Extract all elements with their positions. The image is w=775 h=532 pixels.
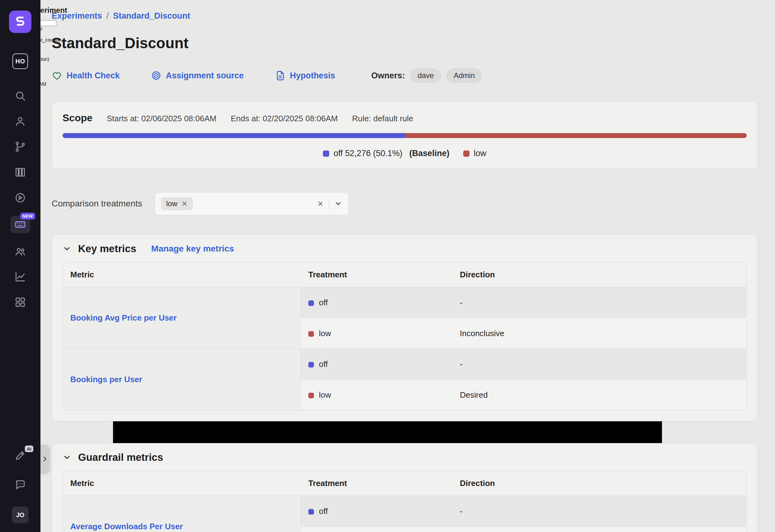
sidebar-nav: NEW: [10, 88, 30, 310]
treatment-cell: low: [301, 318, 453, 349]
bar-segment-off: [63, 133, 406, 138]
legend-label-off: off 52,276 (50.1%): [333, 149, 403, 158]
direction-cell-desired: Desired: [453, 379, 746, 410]
branch-icon: [14, 141, 26, 153]
chart-icon: [14, 271, 26, 283]
sidebar-item-users[interactable]: [11, 114, 30, 129]
column-header-treatment: Treatment: [301, 471, 453, 496]
user-icon: [14, 115, 26, 127]
treatment-cell: off: [301, 349, 453, 379]
key-metrics-table: Metric Treatment Direction Booking Avg P…: [63, 262, 747, 410]
treatment-cell: off: [301, 496, 453, 526]
hypothesis-label: Hypothesis: [290, 71, 335, 81]
grid-icon: [14, 296, 26, 308]
keyboard-icon: [14, 219, 26, 230]
treatment-legend: off 52,276 (50.1%) (Baseline) low: [63, 149, 747, 158]
collapse-chevron-icon[interactable]: [63, 453, 71, 462]
legend-label-low: low: [474, 149, 487, 158]
legend-swatch-off: [323, 150, 329, 157]
sidebar-bottom: AI JO: [11, 448, 30, 532]
ai-badge: AI: [25, 446, 33, 452]
chevron-down-icon[interactable]: [334, 200, 342, 208]
experiment-meta-row: Health Check Assignment source Hypothesi…: [52, 68, 758, 83]
column-header-direction: Direction: [453, 262, 746, 287]
health-check-label: Health Check: [67, 71, 120, 81]
column-header-metric: Metric: [63, 471, 301, 496]
clear-selection-icon[interactable]: [317, 200, 324, 207]
sidebar-expand-handle[interactable]: [40, 445, 49, 473]
sidebar-item-dashboards[interactable]: [11, 295, 30, 310]
direction-cell: -: [453, 349, 746, 379]
org-avatar[interactable]: HO: [12, 53, 28, 69]
sidebar-item-metrics[interactable]: [11, 269, 30, 284]
hypothesis-link[interactable]: Hypothesis: [275, 70, 335, 81]
treatment-swatch-low: [308, 331, 314, 337]
assignment-source-link[interactable]: Assignment source: [151, 70, 244, 81]
treatment-split-bar: [63, 133, 747, 138]
comparison-treatments-label: Comparison treatments: [52, 199, 142, 209]
heart-icon: [52, 70, 62, 81]
column-header-metric: Metric: [63, 262, 301, 287]
sidebar-item-pulse[interactable]: [11, 190, 30, 205]
manage-key-metrics-link[interactable]: Manage key metrics: [151, 244, 234, 254]
select-divider: [329, 198, 329, 210]
team-icon: [14, 245, 26, 257]
app-logo[interactable]: [9, 11, 31, 33]
treatment-chip-low[interactable]: low: [161, 197, 193, 210]
breadcrumb-experiments[interactable]: Experiments: [52, 11, 102, 21]
owner-chip-dave[interactable]: dave: [411, 68, 441, 83]
user-avatar[interactable]: JO: [12, 507, 29, 523]
treatment-cell: off: [301, 287, 453, 318]
assignment-source-label: Assignment source: [166, 71, 244, 81]
legend-item-low: low: [463, 149, 487, 158]
treatment-swatch-off: [308, 362, 314, 368]
column-header-treatment: Treatment: [301, 262, 453, 287]
sidebar-item-search[interactable]: [11, 88, 30, 103]
metric-link-bookings-per-user[interactable]: Bookings per User: [70, 375, 142, 384]
metric-cell: Bookings per User: [63, 349, 301, 410]
sidebar-item-audiences[interactable]: [11, 244, 30, 259]
owner-chip-admin[interactable]: Admin: [447, 68, 482, 83]
key-metrics-title: Key metrics: [78, 243, 136, 255]
scope-starts-at: Starts at: 02/06/2025 08:06AM: [107, 114, 216, 123]
logo-icon: [13, 15, 27, 29]
sidebar-item-configs[interactable]: [11, 165, 30, 180]
main-content: Experiments / Standard_Discount Standard…: [40, 0, 775, 532]
sidebar-item-ai-assistant[interactable]: AI: [11, 448, 30, 463]
guardrail-metrics-card: Guardrail metrics Metric Treatment Direc…: [52, 443, 758, 532]
document-icon: [275, 70, 285, 81]
chat-bubble-icon: [14, 479, 26, 491]
metric-link-booking-avg-price[interactable]: Booking Avg Price per User: [70, 313, 177, 322]
bullseye-icon: [151, 70, 161, 81]
treatment-swatch-off: [308, 509, 314, 515]
breadcrumb-separator: /: [106, 11, 109, 21]
metric-link-average-downloads[interactable]: Average Downloads Per User: [70, 522, 183, 531]
collapse-chevron-icon[interactable]: [63, 244, 71, 253]
key-metrics-card: Key metrics Manage key metrics Metric Tr…: [52, 234, 758, 421]
chevron-right-icon: [41, 456, 48, 462]
legend-item-off: off 52,276 (50.1%) (Baseline): [323, 149, 450, 158]
table-row: Bookings per User off -: [63, 349, 746, 379]
chip-remove-icon[interactable]: [181, 200, 188, 207]
direction-cell-inconclusive: Inconclusive: [453, 318, 746, 349]
table-row: Booking Avg Price per User off -: [63, 287, 746, 318]
new-badge: NEW: [20, 213, 35, 220]
guardrail-metrics-title: Guardrail metrics: [78, 451, 163, 463]
page-title: Standard_Discount: [52, 35, 758, 52]
column-header-direction: Direction: [453, 471, 746, 496]
search-icon: [14, 90, 26, 102]
direction-cell: -: [453, 496, 746, 526]
sidebar-item-experiments-active[interactable]: NEW: [10, 216, 30, 233]
breadcrumb-current[interactable]: Standard_Discount: [113, 11, 190, 21]
treatment-swatch-low: [308, 393, 314, 398]
metric-cell: Booking Avg Price per User: [63, 287, 301, 349]
scope-ends-at: Ends at: 02/20/2025 08:06AM: [231, 114, 338, 123]
legend-baseline-tag: (Baseline): [410, 149, 450, 158]
health-check-link[interactable]: Health Check: [52, 70, 120, 81]
sidebar-item-help[interactable]: [11, 477, 30, 492]
play-circle-icon: [14, 192, 26, 204]
sidebar-item-feature-flags[interactable]: [11, 139, 30, 154]
pencil-icon: [14, 450, 26, 461]
comparison-treatments-select[interactable]: low: [155, 192, 349, 215]
chip-label: low: [166, 199, 177, 208]
